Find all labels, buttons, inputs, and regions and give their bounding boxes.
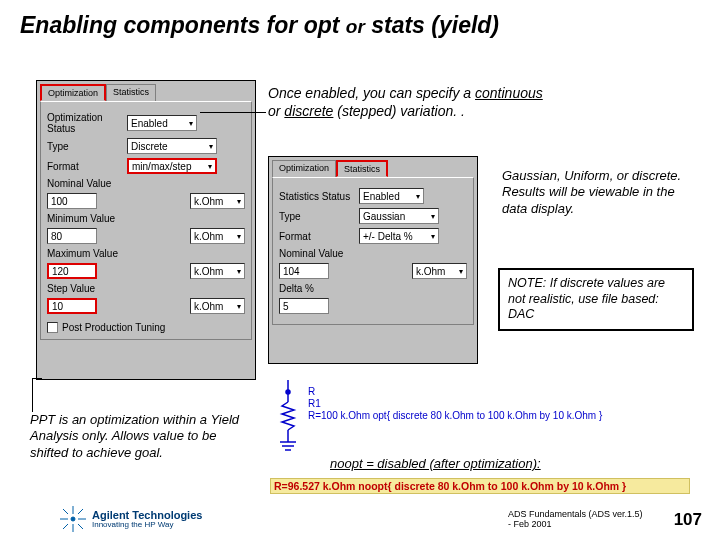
ppt-checkbox[interactable] bbox=[47, 322, 58, 333]
min-label: Minimum Value bbox=[47, 213, 167, 224]
svg-line-12 bbox=[63, 509, 68, 514]
svg-point-7 bbox=[71, 517, 75, 521]
nominal-unit[interactable]: k.Ohm bbox=[190, 193, 245, 209]
subtitle: Once enabled, you can specify a continuo… bbox=[268, 84, 543, 120]
statistics-dialog: Optimization Statistics Statistics Statu… bbox=[268, 156, 478, 364]
delta-field[interactable]: 5 bbox=[279, 298, 329, 314]
tab-statistics-r[interactable]: Statistics bbox=[336, 160, 388, 177]
stat-format-label: Format bbox=[279, 231, 359, 242]
max-label: Maximum Value bbox=[47, 248, 167, 259]
min-field[interactable]: 80 bbox=[47, 228, 97, 244]
svg-line-15 bbox=[63, 524, 68, 529]
noopt-expression: R=96.527 k.Ohm noopt{ discrete 80 k.Ohm … bbox=[270, 478, 690, 494]
max-unit[interactable]: k.Ohm bbox=[190, 263, 245, 279]
format-label: Format bbox=[47, 161, 127, 172]
step-field[interactable]: 10 bbox=[47, 298, 97, 314]
schem-expr: R=100 k.Ohm opt{ discrete 80 k.Ohm to 10… bbox=[308, 410, 602, 422]
resistor-symbol bbox=[270, 380, 306, 460]
opt-status-dropdown[interactable]: Enabled bbox=[127, 115, 197, 131]
arrow-line bbox=[200, 112, 266, 113]
type-dropdown[interactable]: Discrete bbox=[127, 138, 217, 154]
stat-format-dropdown[interactable]: +/- Delta % bbox=[359, 228, 439, 244]
spark-icon bbox=[60, 506, 86, 532]
max-field[interactable]: 120 bbox=[47, 263, 97, 279]
stat-nom-field[interactable]: 104 bbox=[279, 263, 329, 279]
ppt-checkbox-row[interactable]: Post Production Tuning bbox=[47, 322, 245, 333]
delta-label: Delta % bbox=[279, 283, 399, 294]
tab-optimization-r[interactable]: Optimization bbox=[272, 160, 336, 177]
svg-line-13 bbox=[78, 524, 83, 529]
slide-title: Enabling components for opt or stats (yi… bbox=[0, 0, 720, 45]
page-number: 107 bbox=[674, 510, 702, 530]
min-unit[interactable]: k.Ohm bbox=[190, 228, 245, 244]
step-unit[interactable]: k.Ohm bbox=[190, 298, 245, 314]
footer-logo: Agilent Technologies Innovating the HP W… bbox=[60, 506, 202, 532]
schem-r1: R1 bbox=[308, 398, 602, 410]
step-label: Step Value bbox=[47, 283, 167, 294]
company-tagline: Innovating the HP Way bbox=[92, 521, 202, 529]
nominal-field[interactable]: 100 bbox=[47, 193, 97, 209]
stat-type-dropdown[interactable]: Gaussian bbox=[359, 208, 439, 224]
arrow-line bbox=[32, 378, 42, 379]
format-dropdown[interactable]: min/max/step bbox=[127, 158, 217, 174]
nominal-label: Nominal Value bbox=[47, 178, 167, 189]
stat-nom-unit[interactable]: k.Ohm bbox=[412, 263, 467, 279]
note-box: NOTE: If discrete values are not realist… bbox=[498, 268, 694, 331]
footer-attribution: ADS Fundamentals (ADS ver.1.5) - Feb 200… bbox=[508, 510, 648, 530]
opt-status-label: Optimization Status bbox=[47, 112, 127, 134]
svg-point-1 bbox=[286, 390, 290, 394]
ppt-label: Post Production Tuning bbox=[62, 322, 165, 333]
noopt-caption: noopt = disabled (after optimization): bbox=[330, 456, 541, 471]
svg-line-14 bbox=[78, 509, 83, 514]
stat-type-label: Type bbox=[279, 211, 359, 222]
stat-status-label: Statistics Status bbox=[279, 191, 359, 202]
stat-nom-label: Nominal Value bbox=[279, 248, 399, 259]
schem-r: R bbox=[308, 386, 602, 398]
annotation-gaussian: Gaussian, Uniform, or discrete. Results … bbox=[502, 168, 690, 217]
annotation-ppt: PPT is an optimization within a Yield An… bbox=[30, 412, 240, 461]
tab-optimization[interactable]: Optimization bbox=[40, 84, 106, 101]
type-label: Type bbox=[47, 141, 127, 152]
company-name: Agilent Technologies bbox=[92, 510, 202, 521]
optimization-dialog: Optimization Statistics Optimization Sta… bbox=[36, 80, 256, 380]
tab-statistics[interactable]: Statistics bbox=[106, 84, 156, 101]
stat-status-dropdown[interactable]: Enabled bbox=[359, 188, 424, 204]
arrow-line bbox=[32, 378, 33, 412]
